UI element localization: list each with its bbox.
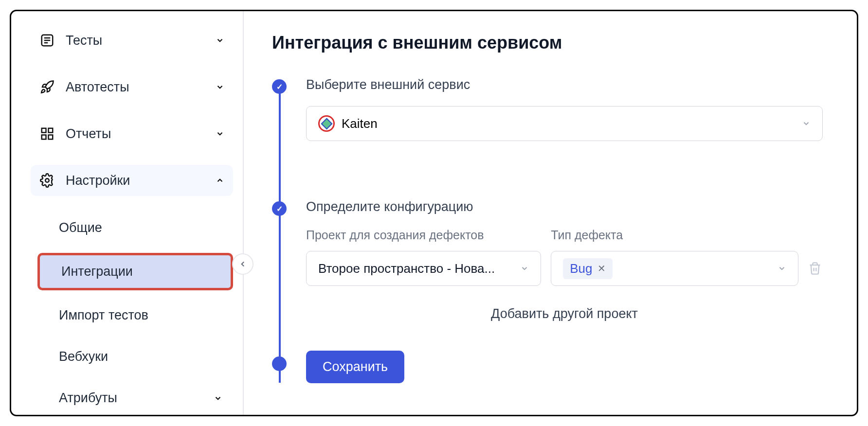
sidebar-item-label: Отчеты (66, 126, 205, 142)
sidebar-item-label: Настройки (66, 173, 205, 188)
sidebar-sub-import-tests[interactable]: Импорт тестов (37, 299, 233, 332)
tag-label: Bug (570, 261, 592, 276)
sidebar-item-tests[interactable]: Тесты (31, 25, 233, 56)
step-title: Выберите внешний сервис (306, 77, 823, 92)
chevron-down-icon (216, 83, 224, 91)
app-panel: Тесты Автотесты (10, 10, 858, 416)
sidebar-item-settings[interactable]: Настройки (31, 165, 233, 196)
tag-remove-icon[interactable]: ✕ (597, 263, 606, 274)
project-value: Второе пространство - Нова... (318, 261, 520, 276)
sidebar-item-label: Тесты (66, 33, 205, 48)
defect-type-column: Тип дефекта Bug ✕ (551, 228, 798, 286)
service-selected-value: Kaiten (318, 115, 795, 132)
chevron-down-icon (520, 264, 529, 273)
sidebar-sub-integrations[interactable]: Интеграции (37, 253, 233, 290)
step-marker-done-icon (272, 79, 287, 94)
svg-point-8 (45, 178, 49, 182)
save-button[interactable]: Сохранить (306, 351, 404, 383)
project-select[interactable]: Второе пространство - Нова... (306, 251, 541, 286)
step-configure: Определите конфигурацию Проект для созда… (306, 199, 823, 321)
service-name: Kaiten (342, 116, 378, 131)
add-project-button[interactable]: Добавить другой проект (306, 306, 823, 321)
main-content: Интеграция с внешним сервисом Выберите в… (244, 11, 857, 415)
chevron-down-icon (802, 119, 811, 128)
chevron-down-icon (216, 36, 224, 45)
column-header: Проект для создания дефектов (306, 228, 541, 242)
chevron-down-icon (216, 129, 224, 138)
svg-rect-4 (42, 128, 46, 133)
kaiten-logo-icon (318, 115, 335, 132)
chevron-down-icon (778, 264, 786, 273)
page-title: Интеграция с внешним сервисом (272, 33, 823, 53)
sidebar-sub-label: Интеграции (61, 264, 220, 279)
sidebar-item-reports[interactable]: Отчеты (31, 118, 233, 149)
column-header: Тип дефекта (551, 228, 798, 242)
sidebar-sub-label: Импорт тестов (59, 308, 222, 323)
stepper: Выберите внешний сервис Kaiten Оп (272, 77, 823, 383)
sidebar-sub-label: Атрибуты (59, 390, 203, 406)
step-marker-current-icon (272, 356, 287, 371)
sidebar-sub-label: Вебхуки (59, 349, 222, 364)
sidebar: Тесты Автотесты (11, 11, 244, 415)
chevron-up-icon (216, 176, 224, 185)
defect-type-tag: Bug ✕ (563, 258, 612, 279)
svg-rect-6 (42, 135, 46, 140)
list-icon (39, 33, 55, 48)
svg-rect-7 (49, 135, 53, 140)
config-row: Проект для создания дефектов Второе прос… (306, 228, 823, 286)
sidebar-sub-webhooks[interactable]: Вебхуки (37, 340, 233, 373)
rocket-icon (39, 79, 55, 95)
sidebar-sub-label: Общие (59, 220, 222, 235)
step-save: Сохранить (306, 351, 823, 383)
sidebar-item-autotests[interactable]: Автотесты (31, 71, 233, 103)
chevron-down-icon (214, 394, 222, 403)
step-title: Определите конфигурацию (306, 199, 823, 214)
svg-rect-5 (49, 128, 53, 133)
sidebar-sub-general[interactable]: Общие (37, 212, 233, 244)
stepper-line (279, 86, 281, 383)
step-marker-done-icon (272, 201, 287, 216)
defect-type-select[interactable]: Bug ✕ (551, 251, 798, 286)
service-select[interactable]: Kaiten (306, 106, 823, 141)
project-column: Проект для создания дефектов Второе прос… (306, 228, 541, 286)
grid-icon (39, 126, 55, 142)
settings-submenu: Общие Интеграции Импорт тестов Вебхуки А… (31, 212, 233, 414)
sidebar-item-label: Автотесты (66, 80, 205, 95)
sidebar-sub-attributes[interactable]: Атрибуты (37, 382, 233, 414)
gear-icon (39, 173, 55, 188)
delete-row-button[interactable] (808, 262, 823, 276)
step-select-service: Выберите внешний сервис Kaiten (306, 77, 823, 141)
sidebar-collapse-button[interactable] (232, 253, 253, 275)
